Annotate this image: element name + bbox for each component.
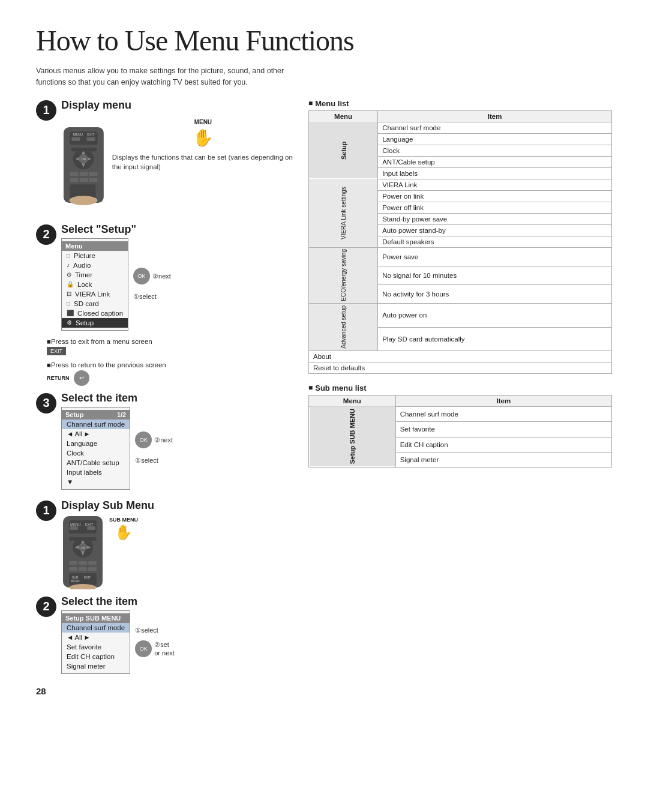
sub-label: SUB MENU	[109, 517, 138, 523]
svg-rect-26	[70, 526, 78, 530]
sub-menu-detail: SUB MENU ✋	[109, 517, 138, 541]
svg-text:EXIT: EXIT	[85, 523, 94, 526]
sub-step1-row: 1 Display Sub Menu MENU EXIT	[36, 499, 294, 589]
svg-text:MENU: MENU	[70, 523, 81, 526]
channel-surf-item: Channel surf mode	[378, 122, 612, 133]
sub-signal-meter-row: Signal meter	[395, 452, 611, 467]
step3-page-indicator: 1/2	[117, 411, 126, 418]
step2-menu: Menu □Picture ♪Audio ⊙Timer 🔒Lock ⊡VIERA…	[61, 238, 128, 331]
table-row: Setup SUB MENU Channel surf mode	[309, 406, 612, 421]
ok-btn-sub[interactable]: OK	[135, 640, 152, 657]
step3-arrows: OK ②next ①select	[135, 432, 173, 465]
table-row: VIERA Link settings VIERA Link	[309, 179, 612, 190]
power-save-item: Power save	[378, 247, 612, 266]
sub-signal: Signal meter	[62, 661, 130, 671]
ok-btn-step3[interactable]: OK	[135, 432, 152, 448]
svg-rect-15	[80, 172, 88, 175]
step1-title: Display menu	[61, 99, 294, 112]
svg-text:MENU: MENU	[71, 579, 80, 583]
sub-menu-list-section: Sub menu list Menu Item Setup SUB MENU C…	[308, 383, 612, 468]
remote-svg-sub: MENU EXIT OK	[61, 514, 104, 589]
viera-link-label: VIERA Link settings	[309, 179, 378, 247]
sub-menu-list-title: Sub menu list	[308, 383, 612, 392]
auto-power-on-item: Auto power on	[378, 304, 612, 327]
menu-item-timer: ⊙Timer	[62, 270, 128, 280]
sub-all: ◄ All ►	[62, 633, 130, 642]
play-sd-item: Play SD card automatically	[378, 327, 612, 350]
ant-cable-item: ANT/Cable setup	[378, 156, 612, 167]
svg-rect-13	[71, 147, 97, 151]
col-item-header: Item	[378, 110, 612, 122]
arrow-select-step3: ①select	[135, 457, 158, 465]
arrow-next-step3: ②next	[154, 436, 173, 444]
menu-item-lock: 🔒Lock	[62, 280, 128, 289]
no-activity-item: No activity for 3 hours	[378, 284, 612, 303]
svg-rect-4	[71, 137, 80, 140]
sub-menu-title: Display Sub Menu	[61, 499, 294, 512]
ok-btn-step2[interactable]: OK	[133, 268, 150, 284]
step3-clock: Clock	[62, 448, 130, 458]
step3-more: ▼	[62, 477, 130, 487]
svg-text:OK: OK	[82, 157, 86, 161]
sub-channel-surf-row: Channel surf mode	[395, 406, 611, 421]
menu-table: Menu Item Setup Channel surf mode Langua…	[308, 110, 612, 374]
sub-col-menu-header: Menu	[309, 395, 396, 406]
svg-rect-17	[70, 178, 78, 182]
menu-label: MENU	[112, 119, 294, 125]
step2-section: 2 Select "Setup" Menu □Picture ♪Audio ⊙T…	[36, 223, 294, 331]
arrow-select-step2: ①select	[133, 293, 157, 301]
menu-item-audio: ♪Audio	[62, 260, 128, 270]
exit-button-label[interactable]: EXIT	[47, 347, 66, 355]
menu-list-title: Menu list	[308, 99, 612, 108]
sub-edit-ch: Edit CH caption	[62, 652, 130, 661]
menu-item-caption: ⬛Closed caption	[62, 308, 128, 318]
sub-step1-circle: 1	[36, 501, 56, 521]
table-row: Reset to defaults	[309, 362, 612, 373]
sub-menu-title-bar: Setup SUB MENU	[62, 613, 130, 623]
menu-item-viera: ⊡VIERA Link	[62, 289, 128, 299]
col-menu-header: Menu	[309, 110, 378, 122]
sub-step2-content: Select the item Setup SUB MENU Channel s…	[61, 595, 294, 674]
arrow-select-sub: ①select	[135, 627, 158, 634]
step1-bullet: Displays the functions that can be set (…	[112, 152, 294, 172]
return-button[interactable]: ↩	[74, 370, 89, 386]
sub-step2-arrows: ①select OK ②set or next	[135, 627, 175, 657]
page-number: 28	[36, 686, 294, 696]
svg-rect-14	[70, 172, 78, 175]
table-row: About	[309, 350, 612, 362]
press-exit-label: ■Press to exit from a menu screen	[47, 338, 152, 345]
svg-rect-35	[69, 537, 97, 541]
table-row: ECO/energy saving Power save	[309, 247, 612, 266]
step3-menu-title: Setup	[65, 411, 84, 418]
step3-section: 3 Select the item Setup 1/2 Channel surf…	[36, 392, 294, 490]
arrow-next-sub: or next	[154, 649, 175, 657]
svg-text:OK: OK	[81, 546, 86, 550]
sub-set-fav-row: Set favorite	[395, 422, 611, 437]
eco-label: ECO/energy saving	[309, 247, 378, 304]
return-label: RETURN	[47, 375, 70, 381]
step2-content: Select "Setup" Menu □Picture ♪Audio ⊙Tim…	[61, 223, 294, 331]
step3-content: Select the item Setup 1/2 Channel surf m…	[61, 392, 294, 490]
viera-link-item: VIERA Link	[378, 179, 612, 190]
menu-item-setup: ⚙Setup	[62, 318, 128, 328]
auto-power-standby-item: Auto power stand-by	[378, 224, 612, 236]
default-speakers-item: Default speakers	[378, 236, 612, 247]
svg-rect-40	[79, 567, 87, 571]
reset-item: Reset to defaults	[309, 362, 612, 373]
setup-label: Setup	[309, 122, 378, 179]
left-column: 1 Display menu MENU EXIT	[36, 99, 294, 696]
language-item: Language	[378, 133, 612, 145]
arrow-next-step2: ②next	[152, 272, 171, 280]
step1-details: MENU ✋ Displays the functions that can b…	[112, 119, 294, 172]
step3-menu-title-bar: Setup 1/2	[62, 410, 130, 420]
svg-text:EXIT: EXIT	[87, 133, 95, 136]
step3-circle: 3	[36, 393, 56, 414]
clock-item: Clock	[378, 145, 612, 156]
step2-title: Select "Setup"	[61, 223, 294, 236]
step3-ant: ANT/Cable setup	[62, 458, 130, 468]
step3-title: Select the item	[61, 392, 294, 404]
svg-rect-37	[79, 561, 87, 565]
step2-menu-title: Menu	[62, 241, 128, 251]
no-signal-item: No signal for 10 minutes	[378, 266, 612, 284]
svg-text:MENU: MENU	[73, 133, 83, 136]
